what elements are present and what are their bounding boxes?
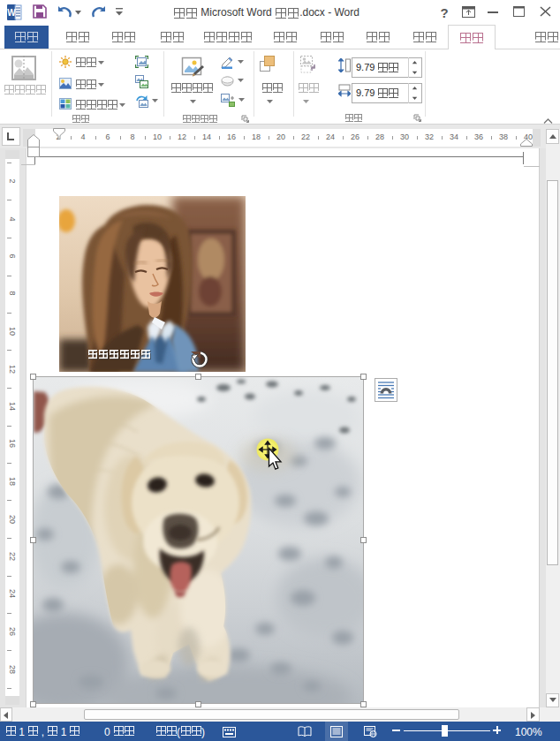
svg-text:W: W <box>7 8 16 18</box>
